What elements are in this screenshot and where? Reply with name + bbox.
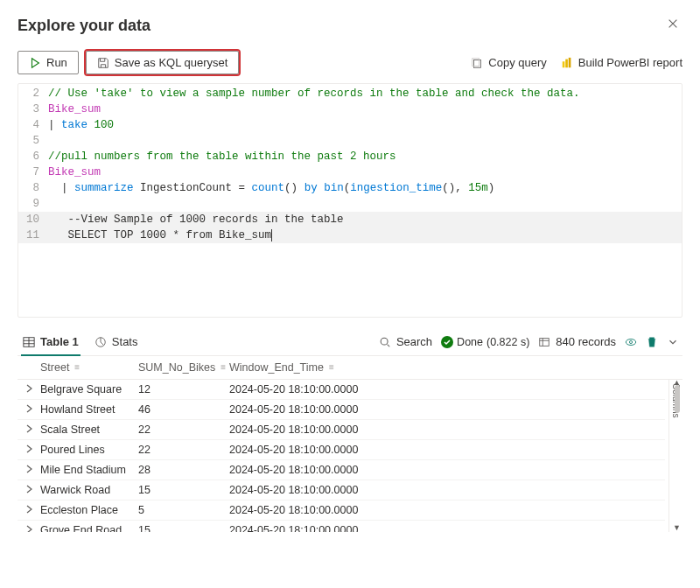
svg-point-10 [629,340,632,343]
cell-time: 2024-05-20 18:10:00.0000 [229,484,665,496]
trash-icon[interactable] [646,336,658,348]
copy-query-button[interactable]: Copy query [471,56,546,69]
query-editor[interactable]: 2// Use 'take' to view a sample number o… [18,83,682,318]
col-time-label[interactable]: Window_End_Time [229,361,324,374]
search-icon [379,336,391,348]
col-menu-icon[interactable]: ≡ [74,363,80,372]
line-number: 6 [18,149,48,164]
col-street-label[interactable]: Street [40,361,69,374]
play-icon [29,57,41,69]
expand-row-icon[interactable] [18,504,40,516]
code-content[interactable]: // Use 'take' to view a sample number of… [48,86,682,102]
line-number: 8 [18,180,48,196]
table-row[interactable]: Scala Street222024-05-20 18:10:00.0000 [18,420,665,440]
eye-icon[interactable] [625,336,637,348]
code-line[interactable]: 4| take 100 [18,117,682,133]
search-button[interactable]: Search [379,335,432,348]
close-button[interactable] [663,14,682,37]
chevron-down-icon[interactable] [667,336,679,348]
cell-bikes: 5 [138,504,229,516]
code-line[interactable]: 6//pull numbers from the table within th… [18,149,682,164]
build-powerbi-button[interactable]: Build PowerBI report [561,56,682,69]
expand-row-icon[interactable] [18,444,40,456]
code-line[interactable]: 9 [18,196,682,212]
table-row[interactable]: Mile End Stadium282024-05-20 18:10:00.00… [18,460,665,480]
code-content[interactable]: | summarize IngestionCount = count() by … [48,180,682,196]
code-content[interactable] [48,196,682,212]
code-line[interactable]: 10 --View Sample of 1000 records in the … [18,212,682,228]
line-number: 5 [18,133,48,149]
col-menu-icon[interactable]: ≡ [220,363,226,372]
save-queryset-button[interactable]: Save as KQL queryset [86,51,240,74]
code-content[interactable]: --View Sample of 1000 records in the tab… [48,212,682,228]
code-content[interactable]: SELECT TOP 1000 * from Bike_sum [48,228,682,243]
code-content[interactable] [48,133,682,149]
code-content[interactable]: Bike_sum [48,102,682,117]
cell-street: Belgrave Square [40,383,138,396]
powerbi-icon [561,57,573,69]
col-bikes-label[interactable]: SUM_No_Bikes [138,361,215,374]
run-button[interactable]: Run [18,51,79,74]
svg-rect-2 [563,61,565,67]
svg-point-7 [381,338,388,345]
expand-row-icon[interactable] [18,424,40,436]
scroll-down-icon[interactable]: ▼ [673,523,680,532]
expand-row-icon[interactable] [18,524,40,532]
search-label: Search [396,335,432,348]
expand-row-icon[interactable] [18,403,40,416]
build-powerbi-label: Build PowerBI report [578,56,682,69]
table-row[interactable]: Howland Street462024-05-20 18:10:00.0000 [18,400,665,420]
cell-street: Eccleston Place [40,504,138,516]
check-icon [441,336,453,348]
code-line[interactable]: 11 SELECT TOP 1000 * from Bike_sum [18,228,682,243]
text-cursor [271,229,272,242]
col-menu-icon[interactable]: ≡ [329,363,334,372]
cell-street: Poured Lines [40,444,138,456]
scrollbar-handle[interactable] [675,385,680,413]
cell-time: 2024-05-20 18:10:00.0000 [229,504,665,516]
cell-street: Warwick Road [40,484,138,496]
cell-time: 2024-05-20 18:10:00.0000 [229,524,665,532]
cell-time: 2024-05-20 18:10:00.0000 [229,383,665,396]
code-line[interactable]: 2// Use 'take' to view a sample number o… [18,86,682,102]
line-number: 7 [18,164,48,180]
cell-time: 2024-05-20 18:10:00.0000 [229,464,665,476]
line-number: 11 [18,228,48,243]
table-row[interactable]: Poured Lines222024-05-20 18:10:00.0000 [18,440,665,460]
svg-rect-4 [569,57,571,66]
line-number: 9 [18,196,48,212]
run-button-label: Run [46,56,67,69]
cell-bikes: 28 [138,464,229,476]
save-icon [97,57,109,69]
cell-bikes: 22 [138,444,229,456]
records-icon [538,336,550,348]
cell-time: 2024-05-20 18:10:00.0000 [229,403,665,416]
table-row[interactable]: Grove End Road152024-05-20 18:10:00.0000 [18,521,665,532]
cell-time: 2024-05-20 18:10:00.0000 [229,424,665,436]
expand-row-icon[interactable] [18,484,40,496]
code-line[interactable]: 7Bike_sum [18,164,682,180]
expand-row-icon[interactable] [18,383,40,396]
table-row[interactable]: Eccleston Place52024-05-20 18:10:00.0000 [18,500,665,521]
records-count-label: 840 records [556,335,616,348]
table-row[interactable]: Warwick Road152024-05-20 18:10:00.0000 [18,480,665,500]
tab-stats[interactable]: Stats [93,328,140,355]
code-content[interactable]: | take 100 [48,117,682,133]
table-icon [23,336,35,348]
code-line[interactable]: 5 [18,133,682,149]
expand-row-icon[interactable] [18,464,40,476]
line-number: 10 [18,212,48,228]
table-row[interactable]: Belgrave Square122024-05-20 18:10:00.000… [18,380,665,400]
code-line[interactable]: 8 | summarize IngestionCount = count() b… [18,180,682,196]
stats-icon [94,336,107,348]
tab-stats-label: Stats [112,335,138,348]
results-rows[interactable]: Belgrave Square122024-05-20 18:10:00.000… [18,380,682,532]
toolbar: Run Save as KQL queryset Copy query Buil… [18,51,682,74]
cell-bikes: 12 [138,383,229,396]
code-content[interactable]: Bike_sum [48,164,682,180]
code-line[interactable]: 3Bike_sum [18,102,682,117]
cell-bikes: 15 [138,484,229,496]
code-content[interactable]: //pull numbers from the table within the… [48,149,682,164]
page-title: Explore your data [18,17,150,35]
tab-table[interactable]: Table 1 [21,328,80,355]
